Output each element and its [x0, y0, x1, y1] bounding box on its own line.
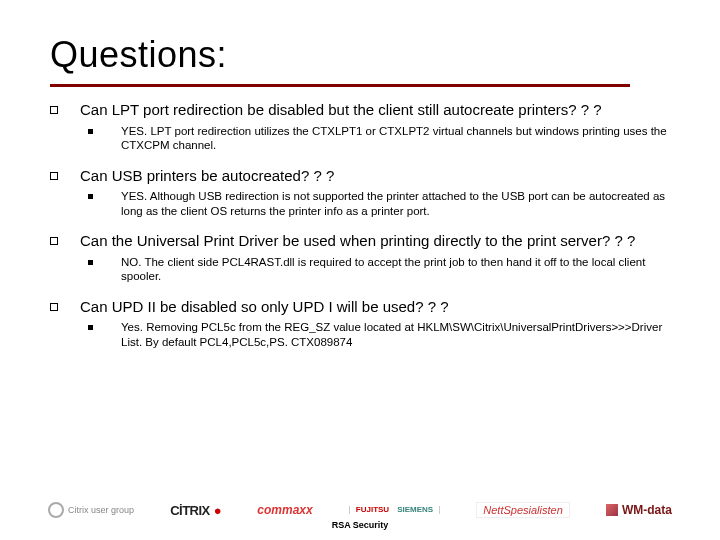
cug-ring-icon: [48, 502, 64, 518]
question-body: Can USB printers be autocreated? ? ? YES…: [80, 167, 670, 227]
fujitsu-siemens-logo: FUJITSU SIEMENS: [349, 506, 440, 513]
slide-title: Questions:: [50, 34, 670, 76]
question-text: Can UPD II be disabled so only UPD I wil…: [80, 298, 670, 317]
hollow-square-bullet-icon: [50, 303, 58, 311]
answer-item: YES. Although USB redirection is not sup…: [88, 189, 670, 218]
filled-square-bullet-icon: [88, 194, 93, 199]
cug-logo: Citrix user group: [48, 502, 134, 518]
hollow-square-bullet-icon: [50, 106, 58, 114]
question-text: Can LPT port redirection be disabled but…: [80, 101, 670, 120]
filled-square-bullet-icon: [88, 129, 93, 134]
answer-item: YES. LPT port redirection utilizes the C…: [88, 124, 670, 153]
question-body: Can UPD II be disabled so only UPD I wil…: [80, 298, 670, 358]
question-item: Can UPD II be disabled so only UPD I wil…: [50, 298, 670, 358]
question-item: Can the Universal Print Driver be used w…: [50, 232, 670, 292]
footer: Citrix user group CİTRIX● commaxx FUJITS…: [0, 502, 720, 540]
question-text: Can the Universal Print Driver be used w…: [80, 232, 670, 251]
question-body: Can the Universal Print Driver be used w…: [80, 232, 670, 292]
citrix-text: CİTRIX: [170, 503, 210, 518]
answer-item: Yes. Removing PCL5c from the REG_SZ valu…: [88, 320, 670, 349]
citrix-logo: CİTRIX●: [170, 503, 221, 518]
slide: Questions: Can LPT port redirection be d…: [0, 0, 720, 540]
wm-text: WM-data: [622, 503, 672, 517]
fujitsu-text: FUJITSU: [356, 506, 389, 513]
question-item: Can LPT port redirection be disabled but…: [50, 101, 670, 161]
answer-text: NO. The client side PCL4RAST.dll is requ…: [121, 255, 670, 284]
answer-text: YES. LPT port redirection utilizes the C…: [121, 124, 670, 153]
wm-cube-icon: [606, 504, 618, 516]
footer-security: RSA Security: [0, 520, 720, 540]
answer-text: YES. Although USB redirection is not sup…: [121, 189, 670, 218]
hollow-square-bullet-icon: [50, 172, 58, 180]
question-body: Can LPT port redirection be disabled but…: [80, 101, 670, 161]
answer-item: NO. The client side PCL4RAST.dll is requ…: [88, 255, 670, 284]
question-text: Can USB printers be autocreated? ? ?: [80, 167, 670, 186]
commaxx-logo: commaxx: [257, 503, 312, 517]
answer-text: Yes. Removing PCL5c from the REG_SZ valu…: [121, 320, 670, 349]
citrix-dot-icon: ●: [214, 503, 221, 518]
question-item: Can USB printers be autocreated? ? ? YES…: [50, 167, 670, 227]
cug-text: Citrix user group: [68, 505, 134, 515]
hollow-square-bullet-icon: [50, 237, 58, 245]
question-list: Can LPT port redirection be disabled but…: [50, 101, 670, 357]
filled-square-bullet-icon: [88, 260, 93, 265]
filled-square-bullet-icon: [88, 325, 93, 330]
title-rule: [50, 84, 630, 87]
siemens-text: SIEMENS: [397, 506, 433, 513]
logo-row: Citrix user group CİTRIX● commaxx FUJITS…: [0, 502, 720, 520]
nettspesialisten-logo: NettSpesialisten: [476, 502, 570, 518]
wmdata-logo: WM-data: [606, 503, 672, 517]
